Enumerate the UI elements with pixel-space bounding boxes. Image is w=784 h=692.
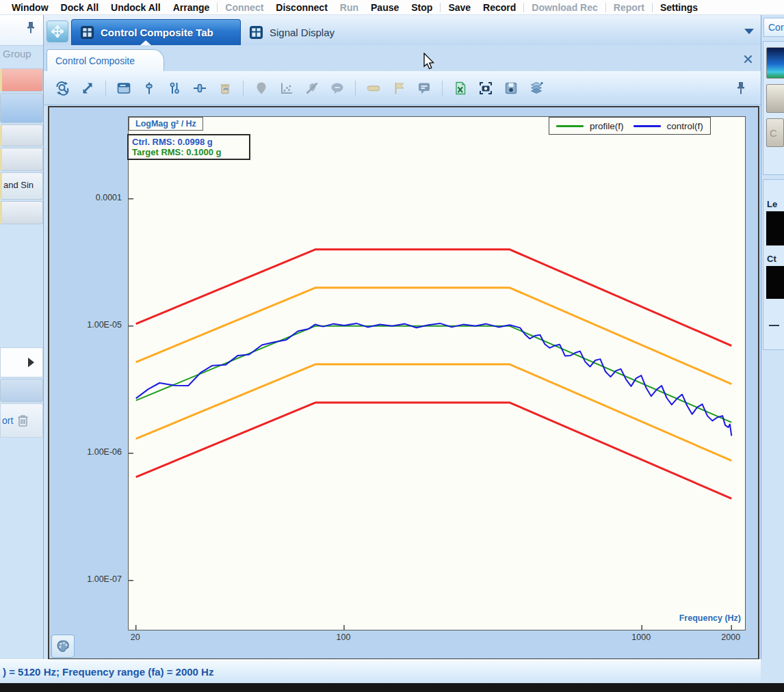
divider <box>769 325 779 326</box>
tab-control-composite[interactable]: Control Composite Tab <box>71 19 241 45</box>
spectrum-chart[interactable] <box>129 117 745 630</box>
color-swatch[interactable] <box>766 211 784 245</box>
thumbnail-button[interactable] <box>766 47 784 79</box>
save-image-icon[interactable] <box>504 81 519 96</box>
sidebar-group-label: Group <box>0 48 46 67</box>
rms-readout-box: Ctrl. RMS: 0.0998 g Target RMS: 0.1000 g <box>127 134 250 160</box>
dual-cursor-icon[interactable] <box>167 81 182 96</box>
legend-item-profilef: profile(f) <box>556 121 624 131</box>
series-profile(f) <box>136 326 732 423</box>
doc-tab-control-composite[interactable]: Control Composite <box>47 49 164 71</box>
ctrl-rms-value: Ctrl. RMS: 0.0998 g <box>132 137 246 147</box>
sidebar-report-row[interactable]: ort <box>0 403 43 438</box>
menu-item-pause[interactable]: Pause <box>365 2 405 13</box>
menu-item-disconnect[interactable]: Disconnect <box>270 2 333 13</box>
menu-item-connect: Connect <box>219 2 270 13</box>
harmonic-cursor-icon[interactable] <box>192 81 207 96</box>
status-bar: ) = 5120 Hz; Frequency range (fa) = 2000… <box>0 659 761 683</box>
autoscale-icon[interactable] <box>55 81 70 96</box>
window-bottom-edge <box>0 683 784 692</box>
snapshot-icon[interactable] <box>478 81 493 96</box>
menu-separator <box>217 3 218 12</box>
legend-swatch <box>556 125 584 127</box>
status-text: ) = 5120 Hz; Frequency range (fa) = 2000… <box>3 666 213 678</box>
target-rms-value: Target RMS: 0.1000 g <box>132 147 246 157</box>
y-tick-label: 0.0001 <box>96 193 122 202</box>
menu-item-undock-all[interactable]: Undock All <box>105 2 167 13</box>
thumbnail-label: C <box>770 127 777 139</box>
color-swatch[interactable] <box>766 266 784 299</box>
series-abort_low <box>136 403 732 498</box>
sidebar-item-random-sine[interactable]: and Sin <box>0 172 43 200</box>
flag-icon <box>391 81 406 96</box>
x-tick-label: 2000 <box>721 633 740 642</box>
expand-arrow-icon <box>28 358 34 367</box>
menu-item-record[interactable]: Record <box>477 2 522 13</box>
palette-button[interactable] <box>51 635 75 658</box>
sidebar-item-blue[interactable] <box>0 93 43 123</box>
y-axis-title: LogMag g² / Hz <box>129 117 203 131</box>
y-tick-label: 1.00E-05 <box>87 320 122 330</box>
doc-tab-label: Control Composite <box>55 55 135 66</box>
menu-item-arrange[interactable]: Arrange <box>167 2 216 13</box>
pin-toolbar-icon[interactable] <box>733 81 748 96</box>
layers-icon[interactable] <box>529 81 544 96</box>
series-abort_high <box>136 250 732 346</box>
menu-separator <box>440 3 441 12</box>
grid-icon <box>80 25 94 40</box>
excel-export-icon[interactable] <box>453 81 468 96</box>
single-cursor-icon[interactable] <box>142 81 157 96</box>
sidebar-item-4[interactable] <box>0 379 43 402</box>
window-layout-icon[interactable] <box>116 81 131 96</box>
series-control(f) <box>136 323 732 436</box>
right-panel: Cor C Le Ct <box>761 15 784 659</box>
label-icon <box>366 81 381 96</box>
pin-icon[interactable] <box>24 21 38 36</box>
close-doc-button[interactable] <box>741 52 755 66</box>
menu-item-save[interactable]: Save <box>442 2 477 13</box>
plot-area[interactable] <box>128 116 746 630</box>
thumbnail-button[interactable] <box>766 84 784 113</box>
menu-item-dock-all[interactable]: Dock All <box>55 2 105 13</box>
right-panel-header[interactable]: Cor <box>763 18 784 37</box>
sidebar-item-random-sine-label: and Sin <box>2 173 42 190</box>
sidebar-item-pink[interactable] <box>0 68 43 92</box>
sidebar-item-3[interactable] <box>0 201 43 224</box>
mouse-cursor <box>422 53 436 72</box>
menu-item-settings[interactable]: Settings <box>654 2 704 13</box>
y-tick-label: 1.00E-06 <box>87 447 122 457</box>
menu-item-stop[interactable]: Stop <box>405 2 439 13</box>
menu-item-window[interactable]: Window <box>5 2 55 13</box>
zoom-extents-icon[interactable] <box>80 81 95 96</box>
y-tick-label: 1.00E-07 <box>87 574 122 584</box>
marker-chart-icon <box>279 81 294 96</box>
control-section-label: Ct <box>767 254 776 264</box>
move-icon <box>51 25 64 38</box>
sidebar-report-label: ort <box>2 415 13 426</box>
float-window-button[interactable] <box>47 21 68 42</box>
thumbnail-button[interactable]: C <box>766 118 784 147</box>
sidebar-expand-row[interactable] <box>0 347 43 377</box>
close-icon <box>744 55 753 64</box>
tab-list-chevron-down-icon[interactable] <box>744 29 754 34</box>
sidebar-pin-row <box>0 15 43 46</box>
menu-separator <box>605 3 606 12</box>
trash-icon[interactable] <box>16 413 29 428</box>
sidebar-item-2[interactable] <box>0 148 43 171</box>
remove-cursor-icon <box>218 81 233 96</box>
sidebar-item-1[interactable] <box>0 124 43 146</box>
right-panel-thumbnails: C <box>763 41 784 175</box>
y-axis-labels: 0.00011.00E-051.00E-061.00E-07 <box>66 116 125 629</box>
tab-control-composite-label: Control Composite Tab <box>101 27 213 38</box>
chart-toolbar <box>44 71 761 105</box>
grid-icon <box>249 25 263 40</box>
legend-swatch <box>633 125 661 127</box>
annotation-icon[interactable] <box>417 81 432 96</box>
palette-icon <box>55 639 70 653</box>
x-axis-labels: 2010010002000 <box>128 633 744 646</box>
x-tick-label: 20 <box>131 633 140 642</box>
chart-legend: profile(f)control(f) <box>549 117 711 135</box>
tab-signal-display[interactable]: Signal Display <box>246 19 356 45</box>
legend-item-controlf: control(f) <box>633 121 703 131</box>
legend-label: profile(f) <box>590 121 624 131</box>
